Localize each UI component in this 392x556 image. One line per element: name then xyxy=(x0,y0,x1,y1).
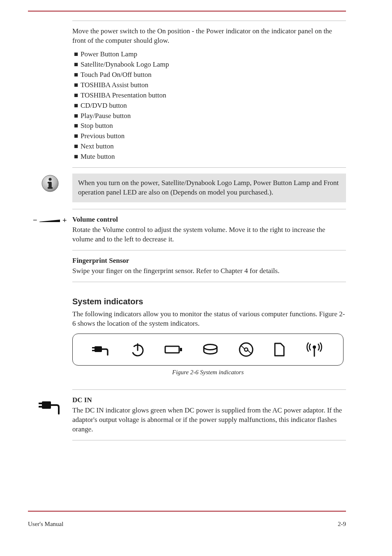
volume-dial-icon: − + xyxy=(32,216,68,226)
intro-body: Move the power switch to the On position… xyxy=(72,18,346,174)
svg-rect-4 xyxy=(48,187,53,189)
svg-point-15 xyxy=(204,344,217,350)
footer-left: User's Manual xyxy=(28,520,63,528)
divider xyxy=(72,282,346,282)
figure-caption: Figure 2-6 System indicators xyxy=(72,368,344,376)
optical-disc-icon xyxy=(238,341,254,358)
divider xyxy=(72,389,346,390)
intro-paragraph: Move the power switch to the On position… xyxy=(72,27,346,46)
dc-in-icon xyxy=(92,341,111,358)
power-icon xyxy=(130,342,145,357)
svg-rect-14 xyxy=(180,348,182,351)
indicators-body: The following indicators allow you to mo… xyxy=(72,310,346,329)
volume-body: Volume control Rotate the Volume control… xyxy=(72,215,346,256)
fingerprint-text: Swipe your finger on the fingerprint sen… xyxy=(72,266,346,276)
feature-list: ■Power Button Lamp ■Satellite/Dynabook L… xyxy=(74,50,346,162)
dcin-icon-col xyxy=(28,396,72,417)
bottom-rule xyxy=(28,511,346,512)
wireless-icon xyxy=(305,341,324,358)
svg-marker-6 xyxy=(39,220,60,222)
divider xyxy=(72,250,346,250)
note-box: When you turn on the power, Satellite/Dy… xyxy=(72,174,346,202)
list-item: ■Next button xyxy=(74,142,346,151)
list-item: ■CD/DVD button xyxy=(74,101,346,111)
svg-point-16 xyxy=(240,343,253,356)
list-item: ■Mute button xyxy=(74,152,346,162)
svg-rect-20 xyxy=(42,401,51,409)
svg-rect-22 xyxy=(39,406,43,408)
list-item: ■TOSHIBA Assist button xyxy=(74,81,346,90)
note-text: When you turn on the power, Satellite/Dy… xyxy=(78,179,339,196)
list-item: ■Satellite/Dynabook Logo Lamp xyxy=(74,60,346,70)
svg-rect-10 xyxy=(92,350,95,351)
indicator-panel: Figure 2-6 System indicators xyxy=(72,334,344,376)
divider xyxy=(72,21,346,21)
info-icon xyxy=(41,174,59,192)
footer-right: 2-9 xyxy=(338,520,346,528)
divider xyxy=(72,209,346,209)
battery-icon xyxy=(164,344,183,355)
list-item: ■TOSHIBA Presentation button xyxy=(74,91,346,100)
dcin-row xyxy=(28,384,346,396)
volume-text: Rotate the Volume control to adjust the … xyxy=(72,225,346,244)
fingerprint-row: Fingerprint Sensor Swipe your finger on … xyxy=(28,256,346,288)
list-item: ■Touch Pad On/Off button xyxy=(74,70,346,80)
fingerprint-body: Fingerprint Sensor Swipe your finger on … xyxy=(72,256,346,288)
svg-rect-8 xyxy=(95,346,102,352)
page: Move the power switch to the On position… xyxy=(0,0,392,556)
list-item: ■Power Button Lamp xyxy=(74,50,346,59)
svg-point-17 xyxy=(244,348,248,351)
note-row: When you turn on the power, Satellite/Dy… xyxy=(28,174,346,202)
hdd-icon xyxy=(202,343,219,356)
list-item: ■Previous button xyxy=(74,132,346,141)
dcin-row-2: DC IN The DC IN indicator glows green wh… xyxy=(28,396,346,446)
svg-text:+: + xyxy=(62,216,67,225)
dcin-term: DC IN xyxy=(72,396,346,405)
list-item: ■Play/Pause button xyxy=(74,111,346,121)
fingerprint-term: Fingerprint Sensor xyxy=(72,256,346,266)
svg-text:−: − xyxy=(33,216,37,224)
svg-rect-3 xyxy=(48,182,51,183)
svg-rect-9 xyxy=(92,347,95,348)
svg-point-1 xyxy=(48,178,51,181)
divider xyxy=(72,167,346,168)
card-icon xyxy=(273,342,286,357)
divider xyxy=(72,440,346,440)
svg-rect-21 xyxy=(39,403,43,404)
intro-icon-col xyxy=(28,18,72,19)
dcin-text: The DC IN indicator glows green when DC … xyxy=(72,406,346,434)
svg-rect-13 xyxy=(165,346,179,353)
indicator-frame xyxy=(72,334,344,366)
info-icon-col xyxy=(28,174,72,192)
volume-row: − + Volume control Rotate the Volume con… xyxy=(28,215,346,256)
volume-icon-col: − + xyxy=(28,215,72,226)
dcin-body: DC IN The DC IN indicator glows green wh… xyxy=(72,396,346,446)
intro-row: Move the power switch to the On position… xyxy=(28,18,346,174)
volume-term: Volume control xyxy=(72,215,346,225)
indicators-block: System indicators The following indicato… xyxy=(72,288,346,329)
indicators-heading: System indicators xyxy=(72,296,346,307)
list-item: ■Stop button xyxy=(74,121,346,131)
top-rule xyxy=(28,11,346,12)
dc-in-plug-icon xyxy=(39,396,62,417)
footer: User's Manual 2-9 xyxy=(28,520,346,528)
